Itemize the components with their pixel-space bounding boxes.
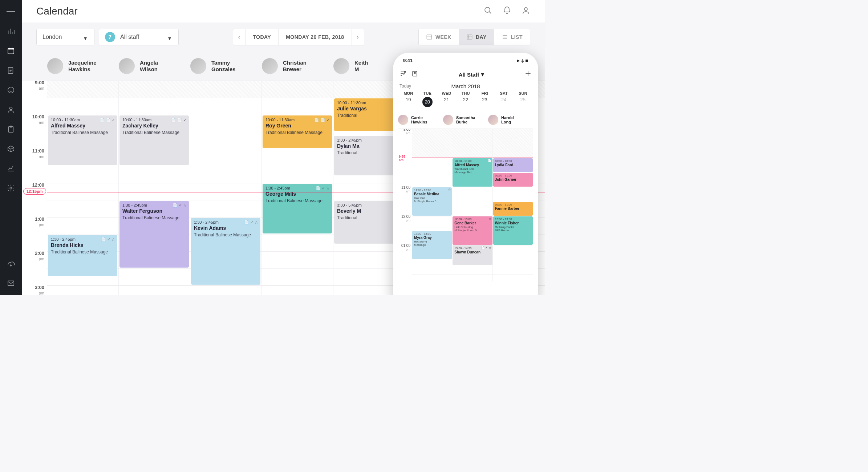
appointment-card[interactable]: 10:00 - 11:30am Zachary Kelley Tradition…	[119, 115, 189, 165]
phone-date[interactable]: 24	[494, 97, 514, 107]
phone-date[interactable]: 19	[399, 97, 418, 107]
staff-column-header[interactable]: TammyGonzales	[190, 52, 262, 81]
user-icon[interactable]	[7, 105, 15, 114]
phone-date[interactable]: 25	[513, 97, 532, 107]
appt-client-name: Fannie Barber	[495, 207, 531, 211]
phone-dow: FRI	[475, 91, 494, 95]
staff-column-header[interactable]: AngelaWilson	[119, 52, 190, 81]
view-switcher: WEEK DAY LIST	[418, 29, 530, 45]
avatar	[47, 58, 63, 74]
phone-appointment-card[interactable]: 10:00 - 10:30 Lydia Ford	[493, 158, 533, 172]
appt-time: 10:30 - 11:00	[495, 174, 531, 177]
appointment-card[interactable]: 1:30 - 2:45pm Brenda Hicks Traditional B…	[48, 235, 117, 276]
phone-appointment-card[interactable]: 12:00 - 13:00 Winnie Fisher Refining Fac…	[493, 216, 533, 245]
phone-staff-header[interactable]: CarrieHawkins	[398, 115, 443, 125]
staff-name: ChristianBrewer	[283, 60, 307, 73]
phone-staff-header[interactable]: HaroldLong	[488, 115, 533, 125]
staff-value: All staff	[120, 34, 139, 40]
svg-rect-0	[8, 49, 14, 54]
phone-appointment-card[interactable]: 11:00 - 12:00 Bessie Medina Hair CutM Si…	[412, 187, 452, 216]
phone-today-label[interactable]: Today	[399, 84, 411, 89]
view-day-button[interactable]: DAY	[459, 29, 494, 45]
filter-icon[interactable]	[399, 70, 407, 79]
phone-date[interactable]: 23	[475, 97, 494, 107]
appt-time: 3:30 - 5:45pm	[337, 203, 401, 207]
appt-client-name: Zachary Kelley	[122, 123, 186, 129]
view-week-button[interactable]: WEEK	[419, 29, 459, 45]
appt-client-name: Roy Green	[265, 123, 329, 129]
date-prev-button[interactable]: ‹	[233, 29, 246, 45]
phone-time-label: 11:00am	[398, 186, 410, 193]
staff-column-header[interactable]: JacquelineHawkins	[47, 52, 119, 81]
location-value: London	[42, 34, 62, 40]
phone-status-icons: ▸ ⏚ ■	[517, 58, 528, 63]
phone-date[interactable]: 21	[437, 97, 456, 107]
phone-time-label: 01:00pm	[398, 244, 410, 251]
add-icon[interactable]	[524, 70, 532, 79]
appt-service: Traditional Balinese Massage	[265, 130, 329, 135]
appt-service: Traditional	[337, 113, 401, 118]
appt-client-name: Alfred Massey	[51, 123, 114, 129]
phone-appointment-card[interactable]: 10:00 - 11:00 Alfred Massey Traditional …	[453, 158, 492, 187]
time-label: 9:00am	[35, 81, 44, 91]
today-button[interactable]: TODAY	[246, 29, 279, 45]
phone-appointment-card[interactable]: 10:30 - 11:00 John Garner	[493, 173, 533, 187]
phone-appointment-card[interactable]: 12:30 - 13:30 Myra Gray Hot StoneMassage	[412, 231, 452, 259]
appointment-card[interactable]: 10:00 - 11:30am Alfred Massey Traditiona…	[48, 115, 117, 165]
appt-client-name: Shawn Duncan	[454, 250, 490, 254]
menu-icon[interactable]	[7, 7, 15, 16]
appt-service: Traditional Balinese Massage	[51, 249, 114, 255]
appointment-card[interactable]: 1:30 - 2:45pm Walter Ferguson Traditiona…	[119, 201, 189, 268]
bell-icon[interactable]	[503, 6, 511, 16]
appt-service: Hair ColouringM Single Room 5	[454, 225, 490, 232]
chart-icon[interactable]	[7, 27, 15, 36]
current-date-label[interactable]: MONDAY 26 FEB, 2018	[279, 29, 352, 45]
phone-date[interactable]: 22	[456, 97, 475, 107]
view-list-button[interactable]: LIST	[494, 29, 530, 45]
chevron-down-icon: ▾	[168, 35, 173, 39]
clipboard-icon[interactable]	[7, 125, 15, 134]
staff-count-badge: 7	[105, 32, 115, 42]
location-dropdown[interactable]: London ▾	[36, 29, 94, 45]
phone-appointment-card[interactable]: 13:00 - 14:30 Shawn Duncan 📄 ✓ ☆	[453, 245, 492, 265]
appt-status-icons: 📄 ✓ ☆	[173, 203, 187, 208]
notes-icon[interactable]	[411, 70, 418, 79]
stats-icon[interactable]	[7, 164, 15, 173]
gear-icon[interactable]	[7, 184, 15, 192]
appt-time: 1:30 - 2:45pm	[337, 138, 401, 142]
phone-clock: 9:41	[403, 58, 413, 63]
appointment-card[interactable]: 1:30 - 2:45pm Kevin Adams Traditional Ba…	[191, 218, 260, 285]
svg-point-8	[485, 7, 490, 12]
date-next-button[interactable]: ›	[352, 29, 364, 45]
phone-appointment-card[interactable]: 10:30 - 11:00 Fannie Barber	[493, 202, 533, 216]
appt-client-name: Gene Barker	[454, 221, 490, 225]
invoice-icon[interactable]	[7, 66, 15, 75]
phone-staff-header[interactable]: SamanthaBurke	[443, 115, 488, 125]
appt-service: Traditional Balinese Massage	[51, 130, 114, 135]
appointment-card[interactable]: 10:00 - 11:30am Roy Green Traditional Ba…	[263, 115, 332, 148]
avatar	[262, 58, 278, 74]
phone-date[interactable]: 20	[418, 97, 437, 107]
profile-icon[interactable]	[522, 6, 530, 16]
appt-status-icons: 📄 ✓ ☆	[101, 237, 115, 242]
calendar-icon[interactable]	[7, 46, 15, 55]
left-nav	[0, 0, 22, 295]
phone-dow: SAT	[494, 91, 514, 95]
appt-client-name: Walter Ferguson	[122, 208, 186, 214]
phone-filter-dropdown[interactable]: All Staff▾	[459, 71, 484, 78]
appt-client-name: Beverly M	[337, 208, 401, 214]
smile-icon[interactable]	[7, 86, 15, 94]
package-icon[interactable]	[7, 145, 15, 153]
staff-column-header[interactable]: ChristianBrewer	[262, 52, 333, 81]
staff-dropdown[interactable]: 7 All staff ▾	[99, 29, 179, 45]
mail-icon[interactable]	[7, 279, 15, 288]
svg-rect-7	[8, 281, 14, 286]
date-navigator: ‹ TODAY MONDAY 26 FEB, 2018 ›	[233, 29, 364, 45]
search-icon[interactable]	[484, 6, 492, 16]
phone-appointment-card[interactable]: 12:00 - 13:00 Gene Barker Hair Colouring…	[453, 216, 492, 245]
appt-client-name: John Garner	[495, 178, 531, 182]
phone-month-label: March 2018	[451, 83, 480, 89]
time-label: 11:00am	[32, 148, 44, 159]
download-icon[interactable]	[7, 259, 15, 268]
phone-dow: WED	[437, 91, 456, 95]
